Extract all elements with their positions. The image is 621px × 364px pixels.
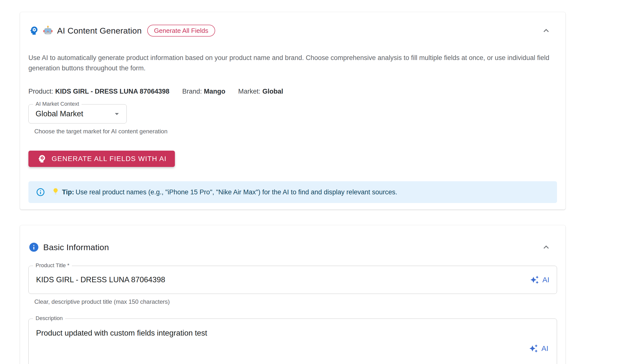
tip-label: Tip: [62,188,74,196]
ai-card-header: AI Content Generation Generate All Field… [28,24,557,37]
generate-all-fields-chip[interactable]: Generate All Fields [147,25,215,37]
generate-button-label: GENERATE ALL FIELDS WITH AI [52,155,166,163]
required-asterisk: * [67,262,69,268]
brand-label: Brand: [182,88,202,95]
brand-meta-item: Brand:Mango [182,88,226,95]
ai-section-description: Use AI to automatically generate product… [28,53,550,73]
sparkle-icon [529,344,538,353]
basic-section-title: Basic Information [43,243,109,252]
ai-market-context-helper: Choose the target market for AI content … [34,128,557,135]
chevron-up-icon [541,242,551,252]
ai-generate-title-button[interactable]: AI [530,275,549,284]
generate-all-fields-button[interactable]: GENERATE ALL FIELDS WITH AI [28,151,175,167]
product-value: KIDS GIRL - DRESS LUNA 87064398 [55,88,169,95]
ai-content-generation-card: AI Content Generation Generate All Field… [20,12,566,210]
psychology-icon [28,25,39,36]
description-label: Description [33,315,65,322]
ai-button-label: AI [541,344,548,353]
basic-card-header: Basic Information [28,241,557,254]
chevron-up-icon [541,25,551,36]
product-meta-row: Product:KIDS GIRL - DRESS LUNA 87064398 … [28,88,557,95]
ai-market-context-label: AI Market Context [33,101,82,107]
psychology-icon [37,154,47,164]
product-title-label: Product Title* [33,262,72,269]
sparkle-icon [530,275,539,284]
info-icon [28,242,39,253]
description-field: Description AI [28,319,557,364]
lightbulb-emoji [52,187,60,197]
ai-market-context-group: AI Market Context Global Market Choose t… [28,104,557,135]
product-title-helper: Clear, descriptive product title (max 15… [34,298,557,305]
robot-emoji [43,25,53,36]
dropdown-arrow-icon [112,109,122,119]
description-textarea[interactable] [36,328,512,364]
collapse-ai-section-button[interactable] [539,24,553,38]
tip-text: Use real product names (e.g., "iPhone 15… [76,188,397,196]
product-label: Product: [28,88,53,95]
ai-market-context-select[interactable]: AI Market Context Global Market [28,104,127,123]
market-value: Global [262,88,283,95]
ai-generate-description-button[interactable]: AI [529,344,548,353]
brand-value: Mango [204,88,225,95]
ai-section-title: AI Content Generation [57,26,142,36]
basic-information-card: Basic Information Product Title* [20,225,566,364]
market-meta-item: Market:Global [238,88,283,95]
tip-message: Tip:Use real product names (e.g., "iPhon… [52,187,397,197]
product-title-field: Product Title* AI [28,266,557,294]
page: AI Content Generation Generate All Field… [0,12,621,364]
product-title-label-text: Product Title [36,262,66,268]
info-outline-icon [36,187,45,197]
tip-alert: Tip:Use real product names (e.g., "iPhon… [28,181,557,203]
product-title-input[interactable] [36,275,530,284]
collapse-basic-section-button[interactable] [539,240,553,254]
ai-market-context-value: Global Market [36,109,112,118]
ai-button-label: AI [542,276,549,284]
product-meta-item: Product:KIDS GIRL - DRESS LUNA 87064398 [28,88,169,95]
market-label: Market: [238,88,260,95]
